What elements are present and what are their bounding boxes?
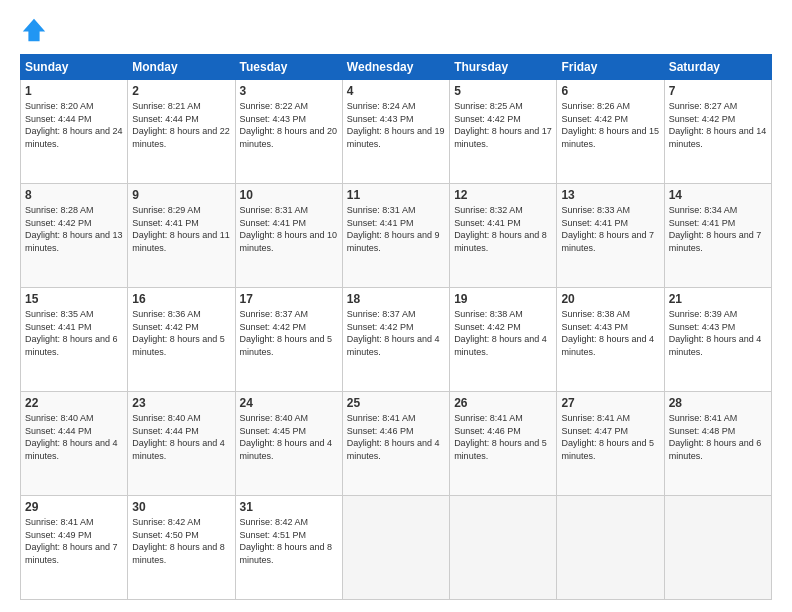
- day-info: Sunrise: 8:41 AMSunset: 4:47 PMDaylight:…: [561, 412, 659, 462]
- col-header-saturday: Saturday: [664, 55, 771, 80]
- calendar-cell: 1Sunrise: 8:20 AMSunset: 4:44 PMDaylight…: [21, 80, 128, 184]
- calendar-cell: 9Sunrise: 8:29 AMSunset: 4:41 PMDaylight…: [128, 184, 235, 288]
- calendar-cell: 31Sunrise: 8:42 AMSunset: 4:51 PMDayligh…: [235, 496, 342, 600]
- calendar-cell: 6Sunrise: 8:26 AMSunset: 4:42 PMDaylight…: [557, 80, 664, 184]
- day-info: Sunrise: 8:35 AMSunset: 4:41 PMDaylight:…: [25, 308, 123, 358]
- day-number: 8: [25, 188, 123, 202]
- day-number: 14: [669, 188, 767, 202]
- day-number: 28: [669, 396, 767, 410]
- day-info: Sunrise: 8:20 AMSunset: 4:44 PMDaylight:…: [25, 100, 123, 150]
- day-info: Sunrise: 8:22 AMSunset: 4:43 PMDaylight:…: [240, 100, 338, 150]
- day-info: Sunrise: 8:31 AMSunset: 4:41 PMDaylight:…: [347, 204, 445, 254]
- day-info: Sunrise: 8:36 AMSunset: 4:42 PMDaylight:…: [132, 308, 230, 358]
- day-number: 20: [561, 292, 659, 306]
- day-info: Sunrise: 8:31 AMSunset: 4:41 PMDaylight:…: [240, 204, 338, 254]
- calendar-cell: 21Sunrise: 8:39 AMSunset: 4:43 PMDayligh…: [664, 288, 771, 392]
- calendar-cell: [450, 496, 557, 600]
- calendar-cell: 10Sunrise: 8:31 AMSunset: 4:41 PMDayligh…: [235, 184, 342, 288]
- calendar-cell: [342, 496, 449, 600]
- day-number: 31: [240, 500, 338, 514]
- logo: [20, 16, 52, 44]
- day-info: Sunrise: 8:27 AMSunset: 4:42 PMDaylight:…: [669, 100, 767, 150]
- logo-icon: [20, 16, 48, 44]
- calendar-cell: 29Sunrise: 8:41 AMSunset: 4:49 PMDayligh…: [21, 496, 128, 600]
- calendar-cell: 27Sunrise: 8:41 AMSunset: 4:47 PMDayligh…: [557, 392, 664, 496]
- calendar-cell: 25Sunrise: 8:41 AMSunset: 4:46 PMDayligh…: [342, 392, 449, 496]
- day-info: Sunrise: 8:32 AMSunset: 4:41 PMDaylight:…: [454, 204, 552, 254]
- calendar-cell: 13Sunrise: 8:33 AMSunset: 4:41 PMDayligh…: [557, 184, 664, 288]
- day-info: Sunrise: 8:33 AMSunset: 4:41 PMDaylight:…: [561, 204, 659, 254]
- day-info: Sunrise: 8:41 AMSunset: 4:49 PMDaylight:…: [25, 516, 123, 566]
- day-info: Sunrise: 8:40 AMSunset: 4:45 PMDaylight:…: [240, 412, 338, 462]
- day-info: Sunrise: 8:42 AMSunset: 4:51 PMDaylight:…: [240, 516, 338, 566]
- day-number: 25: [347, 396, 445, 410]
- calendar-cell: 16Sunrise: 8:36 AMSunset: 4:42 PMDayligh…: [128, 288, 235, 392]
- day-number: 6: [561, 84, 659, 98]
- day-number: 26: [454, 396, 552, 410]
- day-number: 1: [25, 84, 123, 98]
- day-number: 3: [240, 84, 338, 98]
- calendar-cell: 7Sunrise: 8:27 AMSunset: 4:42 PMDaylight…: [664, 80, 771, 184]
- day-number: 12: [454, 188, 552, 202]
- day-number: 16: [132, 292, 230, 306]
- calendar-cell: 23Sunrise: 8:40 AMSunset: 4:44 PMDayligh…: [128, 392, 235, 496]
- calendar-cell: [664, 496, 771, 600]
- day-number: 10: [240, 188, 338, 202]
- day-number: 24: [240, 396, 338, 410]
- day-info: Sunrise: 8:37 AMSunset: 4:42 PMDaylight:…: [347, 308, 445, 358]
- page: SundayMondayTuesdayWednesdayThursdayFrid…: [0, 0, 792, 612]
- day-info: Sunrise: 8:39 AMSunset: 4:43 PMDaylight:…: [669, 308, 767, 358]
- col-header-tuesday: Tuesday: [235, 55, 342, 80]
- header: [20, 16, 772, 44]
- col-header-wednesday: Wednesday: [342, 55, 449, 80]
- day-number: 2: [132, 84, 230, 98]
- day-info: Sunrise: 8:41 AMSunset: 4:48 PMDaylight:…: [669, 412, 767, 462]
- day-info: Sunrise: 8:40 AMSunset: 4:44 PMDaylight:…: [25, 412, 123, 462]
- calendar-cell: [557, 496, 664, 600]
- calendar-table: SundayMondayTuesdayWednesdayThursdayFrid…: [20, 54, 772, 600]
- calendar-cell: 14Sunrise: 8:34 AMSunset: 4:41 PMDayligh…: [664, 184, 771, 288]
- day-number: 15: [25, 292, 123, 306]
- calendar-cell: 18Sunrise: 8:37 AMSunset: 4:42 PMDayligh…: [342, 288, 449, 392]
- calendar-cell: 2Sunrise: 8:21 AMSunset: 4:44 PMDaylight…: [128, 80, 235, 184]
- day-info: Sunrise: 8:41 AMSunset: 4:46 PMDaylight:…: [454, 412, 552, 462]
- day-number: 29: [25, 500, 123, 514]
- day-number: 19: [454, 292, 552, 306]
- calendar-cell: 17Sunrise: 8:37 AMSunset: 4:42 PMDayligh…: [235, 288, 342, 392]
- col-header-sunday: Sunday: [21, 55, 128, 80]
- calendar-cell: 15Sunrise: 8:35 AMSunset: 4:41 PMDayligh…: [21, 288, 128, 392]
- calendar-cell: 5Sunrise: 8:25 AMSunset: 4:42 PMDaylight…: [450, 80, 557, 184]
- col-header-friday: Friday: [557, 55, 664, 80]
- calendar-cell: 28Sunrise: 8:41 AMSunset: 4:48 PMDayligh…: [664, 392, 771, 496]
- calendar-cell: 12Sunrise: 8:32 AMSunset: 4:41 PMDayligh…: [450, 184, 557, 288]
- day-number: 17: [240, 292, 338, 306]
- day-info: Sunrise: 8:40 AMSunset: 4:44 PMDaylight:…: [132, 412, 230, 462]
- calendar-cell: 8Sunrise: 8:28 AMSunset: 4:42 PMDaylight…: [21, 184, 128, 288]
- day-info: Sunrise: 8:28 AMSunset: 4:42 PMDaylight:…: [25, 204, 123, 254]
- day-number: 13: [561, 188, 659, 202]
- calendar-cell: 24Sunrise: 8:40 AMSunset: 4:45 PMDayligh…: [235, 392, 342, 496]
- day-info: Sunrise: 8:37 AMSunset: 4:42 PMDaylight:…: [240, 308, 338, 358]
- day-info: Sunrise: 8:41 AMSunset: 4:46 PMDaylight:…: [347, 412, 445, 462]
- calendar-cell: 26Sunrise: 8:41 AMSunset: 4:46 PMDayligh…: [450, 392, 557, 496]
- day-number: 7: [669, 84, 767, 98]
- calendar-cell: 30Sunrise: 8:42 AMSunset: 4:50 PMDayligh…: [128, 496, 235, 600]
- day-info: Sunrise: 8:25 AMSunset: 4:42 PMDaylight:…: [454, 100, 552, 150]
- col-header-monday: Monday: [128, 55, 235, 80]
- day-info: Sunrise: 8:38 AMSunset: 4:42 PMDaylight:…: [454, 308, 552, 358]
- calendar-cell: 4Sunrise: 8:24 AMSunset: 4:43 PMDaylight…: [342, 80, 449, 184]
- calendar-cell: 11Sunrise: 8:31 AMSunset: 4:41 PMDayligh…: [342, 184, 449, 288]
- day-number: 5: [454, 84, 552, 98]
- col-header-thursday: Thursday: [450, 55, 557, 80]
- day-number: 9: [132, 188, 230, 202]
- day-number: 27: [561, 396, 659, 410]
- day-number: 22: [25, 396, 123, 410]
- calendar-cell: 19Sunrise: 8:38 AMSunset: 4:42 PMDayligh…: [450, 288, 557, 392]
- day-info: Sunrise: 8:26 AMSunset: 4:42 PMDaylight:…: [561, 100, 659, 150]
- calendar-cell: 3Sunrise: 8:22 AMSunset: 4:43 PMDaylight…: [235, 80, 342, 184]
- day-number: 4: [347, 84, 445, 98]
- calendar-cell: 20Sunrise: 8:38 AMSunset: 4:43 PMDayligh…: [557, 288, 664, 392]
- day-info: Sunrise: 8:21 AMSunset: 4:44 PMDaylight:…: [132, 100, 230, 150]
- day-number: 18: [347, 292, 445, 306]
- day-info: Sunrise: 8:42 AMSunset: 4:50 PMDaylight:…: [132, 516, 230, 566]
